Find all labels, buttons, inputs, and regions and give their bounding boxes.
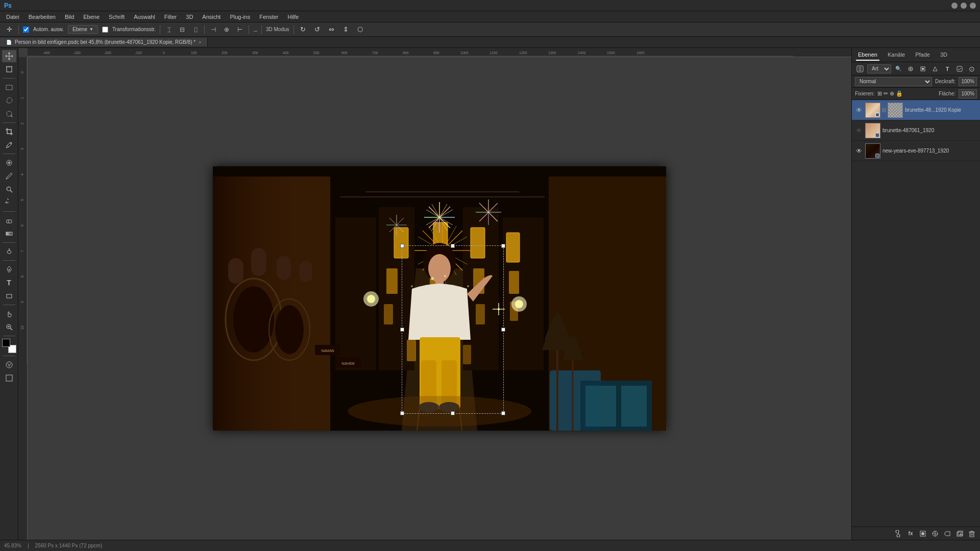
- menu-schrift[interactable]: Schrift: [105, 13, 129, 21]
- tool-sep-1: [3, 78, 15, 79]
- minimize-button[interactable]: [951, 3, 958, 9]
- filter-smart-btn[interactable]: [954, 64, 965, 73]
- svg-point-181: [444, 275, 446, 277]
- menu-hilfe[interactable]: Hilfe: [283, 13, 303, 21]
- status-bar: 45.83% | 2560 Px x 1440 Px (72 ppcm): [0, 540, 980, 551]
- layer-visibility-1[interactable]: 👁: [855, 106, 863, 114]
- menu-auswahl[interactable]: Auswahl: [130, 13, 159, 21]
- lock-position-icon[interactable]: ⊞: [877, 90, 882, 97]
- blend-mode-select[interactable]: Normal: [855, 77, 932, 86]
- color-swatches[interactable]: ↕: [2, 339, 16, 353]
- menu-3d[interactable]: 3D: [182, 13, 197, 21]
- svg-rect-87: [384, 304, 393, 324]
- lock-icons: ⊞ ✏ ⊗ 🔒: [877, 90, 903, 97]
- align-bottom-button[interactable]: ⌷: [191, 25, 200, 34]
- dodge-tool-btn[interactable]: [2, 245, 16, 258]
- delete-layer-btn[interactable]: [967, 529, 977, 538]
- group-btn[interactable]: [942, 529, 952, 538]
- fill-input[interactable]: [959, 89, 977, 98]
- layer-visibility-3[interactable]: 👁: [855, 147, 863, 155]
- maximize-button[interactable]: [961, 3, 967, 9]
- new-layer-btn[interactable]: [954, 529, 965, 538]
- history-brush-btn[interactable]: [2, 196, 16, 209]
- menu-filter[interactable]: Filter: [160, 13, 181, 21]
- lock-pixel-icon[interactable]: ✏: [884, 90, 888, 97]
- align-left-button[interactable]: ⊣: [209, 25, 218, 34]
- filter-vector-btn[interactable]: [930, 64, 940, 73]
- move-tool-icon[interactable]: ✛: [4, 24, 14, 35]
- svg-text:1400: 1400: [578, 51, 586, 55]
- link-layers-btn[interactable]: [893, 529, 903, 538]
- clone-stamp-tool-btn[interactable]: [2, 183, 16, 195]
- layer-filter-select[interactable]: Art: [867, 64, 891, 73]
- quick-mask-btn[interactable]: [2, 359, 16, 371]
- layer-item-1[interactable]: 👁 ⛓ brunette-48...1920 Kopie: [852, 100, 980, 120]
- healing-tool-btn[interactable]: [2, 157, 16, 169]
- text-tool-btn[interactable]: T: [2, 277, 16, 289]
- tab-ebenen[interactable]: Ebenen: [856, 49, 879, 61]
- layer-filter-type-icon[interactable]: [855, 64, 865, 73]
- marquee-tool-btn[interactable]: [2, 81, 16, 93]
- more-options-button[interactable]: ...: [253, 26, 257, 33]
- flip-v-icon[interactable]: ⇕: [341, 24, 351, 35]
- svg-text:100: 100: [191, 51, 197, 55]
- menu-ansicht[interactable]: Ansicht: [198, 13, 225, 21]
- gradient-tool-btn[interactable]: [2, 228, 16, 240]
- zoom-tool-btn[interactable]: [2, 321, 16, 333]
- crop-tool-btn[interactable]: [2, 126, 16, 138]
- mask-btn[interactable]: [918, 529, 928, 538]
- opacity-input[interactable]: [959, 77, 977, 86]
- menu-bearbeiten[interactable]: Bearbeiten: [24, 13, 60, 21]
- filter-text-btn[interactable]: T: [942, 64, 952, 73]
- svg-text:1200: 1200: [519, 51, 527, 55]
- eyedropper-tool-btn[interactable]: [2, 139, 16, 151]
- menu-bild[interactable]: Bild: [61, 13, 78, 21]
- tab-3d[interactable]: 3D: [938, 49, 949, 61]
- close-button[interactable]: [970, 3, 976, 9]
- layer-item-2[interactable]: 👁 brunette-487061_1920: [852, 120, 980, 141]
- rotate-cw-icon[interactable]: ↻: [298, 24, 308, 35]
- shape-tool-btn[interactable]: [2, 290, 16, 302]
- tab-kanaele[interactable]: Kanäle: [886, 49, 907, 61]
- fx-btn[interactable]: fx: [905, 529, 916, 538]
- align-top-button[interactable]: ⌶: [164, 25, 174, 34]
- mask-mode-icon[interactable]: ⬡: [355, 24, 365, 35]
- filter-adjustment-btn[interactable]: [905, 64, 916, 73]
- pen-tool-btn[interactable]: [2, 263, 16, 276]
- brush-tool-btn[interactable]: [2, 170, 16, 182]
- doc-tab-close[interactable]: ×: [199, 40, 201, 45]
- lasso-tool-btn[interactable]: [2, 94, 16, 107]
- transform-checkbox[interactable]: [102, 27, 108, 33]
- left-toolbar: T ↕: [0, 48, 18, 540]
- tab-pfade[interactable]: Pfade: [913, 49, 932, 61]
- menu-ebene[interactable]: Ebene: [79, 13, 104, 21]
- move-tool-btn[interactable]: [2, 50, 16, 62]
- artboard-tool-btn[interactable]: [2, 63, 16, 76]
- menu-plugins[interactable]: Plug-ins: [226, 13, 254, 21]
- align-right-button[interactable]: ⊢: [235, 25, 244, 34]
- layer-visibility-2[interactable]: 👁: [855, 127, 863, 135]
- rotate-ccw-icon[interactable]: ↺: [312, 24, 323, 35]
- filter-kind-btn[interactable]: 🔍: [893, 64, 903, 73]
- align-middle-button[interactable]: ⊟: [178, 25, 187, 34]
- lock-artboard-icon[interactable]: ⊗: [890, 90, 894, 97]
- layer-item-3[interactable]: 👁 new-years-eve-897713_1920: [852, 141, 980, 161]
- svg-line-20: [10, 328, 12, 330]
- menu-fenster[interactable]: Fenster: [255, 13, 282, 21]
- auto-select-checkbox[interactable]: [23, 27, 29, 33]
- quick-select-tool-btn[interactable]: [2, 108, 16, 120]
- menu-datei[interactable]: Datei: [2, 13, 23, 21]
- layer-select-dropdown[interactable]: Ebene ▼: [68, 25, 98, 34]
- adjustment-btn[interactable]: [930, 529, 940, 538]
- filter-toggle-btn[interactable]: ⊙: [967, 64, 977, 73]
- filter-pixel-btn[interactable]: [918, 64, 928, 73]
- hand-tool-btn[interactable]: [2, 308, 16, 320]
- window-controls[interactable]: [951, 3, 976, 9]
- lock-all-icon[interactable]: 🔒: [896, 90, 903, 97]
- flip-h-icon[interactable]: ⇔: [327, 24, 337, 35]
- eraser-tool-btn[interactable]: [2, 214, 16, 227]
- svg-rect-192: [922, 68, 924, 70]
- document-tab[interactable]: 📄 Person in bild einfügen.psdc bei 45,8%…: [0, 38, 208, 46]
- screen-mode-btn[interactable]: [2, 372, 16, 384]
- align-center-button[interactable]: ⊕: [222, 25, 231, 34]
